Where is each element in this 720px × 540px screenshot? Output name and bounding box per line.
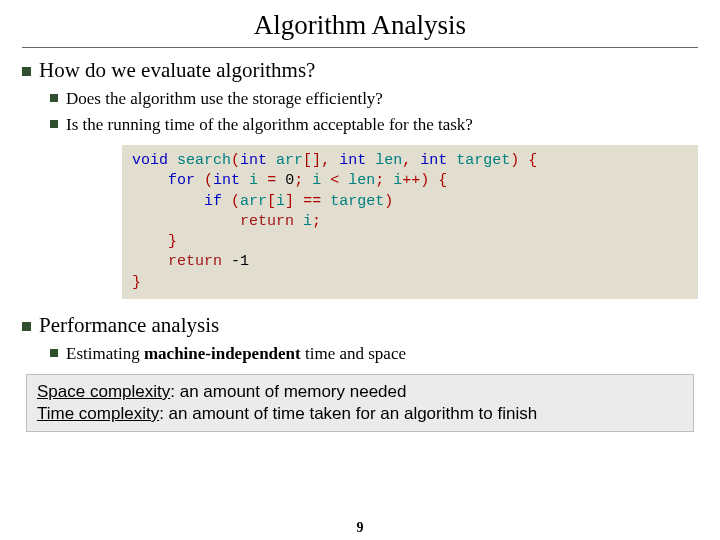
semi: ; (375, 172, 384, 189)
fn-name: search (177, 152, 231, 169)
id-target: target (330, 193, 384, 210)
square-bullet-icon (50, 94, 58, 102)
bullet-storage: Does the algorithm use the storage effic… (50, 89, 698, 109)
paren-open: ( (204, 172, 213, 189)
time-complexity-line: Time complexity: an amount of time taken… (37, 403, 683, 425)
semi: ; (312, 213, 321, 230)
id-len: len (375, 152, 402, 169)
paren-close: ) (384, 193, 393, 210)
comma: , (321, 152, 330, 169)
paren-open: ( (231, 193, 240, 210)
kw-void: void (132, 152, 168, 169)
brace-open: { (438, 172, 447, 189)
space-complexity-line: Space complexity: an amount of memory ne… (37, 381, 683, 403)
square-bullet-icon (50, 120, 58, 128)
kw-return: return (240, 213, 294, 230)
bullet-performance: Performance analysis (22, 313, 698, 338)
kw-if: if (204, 193, 222, 210)
id-i: i (249, 172, 258, 189)
id-arr: arr (240, 193, 267, 210)
brace-close: } (132, 274, 141, 291)
page-number: 9 (0, 520, 720, 536)
time-label: Time complexity (37, 404, 159, 423)
kw-int: int (240, 152, 267, 169)
id-i: i (276, 193, 285, 210)
kw-int: int (339, 152, 366, 169)
kw-return: return (168, 253, 222, 270)
bullet-performance-text: Performance analysis (39, 313, 219, 337)
comma: , (402, 152, 411, 169)
id-arr: arr (276, 152, 303, 169)
lit-zero: 0 (285, 172, 294, 189)
space-label: Space complexity (37, 382, 170, 401)
square-bullet-icon (22, 322, 31, 331)
brace-close: } (168, 233, 177, 250)
slide-title: Algorithm Analysis (22, 10, 698, 41)
bullet-storage-text: Does the algorithm use the storage effic… (66, 89, 383, 108)
bullet-evaluate-text: How do we evaluate algorithms? (39, 58, 315, 82)
bullet-runtime: Is the running time of the algorithm acc… (50, 115, 698, 135)
kw-int: int (420, 152, 447, 169)
code-block: void search(int arr[], int len, int targ… (122, 145, 698, 299)
brackets: [] (303, 152, 321, 169)
kw-int: int (213, 172, 240, 189)
est-pre: Estimating (66, 344, 144, 363)
kw-for: for (168, 172, 195, 189)
id-len: len (348, 172, 375, 189)
square-bullet-icon (22, 67, 31, 76)
id-i: i (303, 213, 312, 230)
bullet-runtime-text: Is the running time of the algorithm acc… (66, 115, 473, 134)
bullet-estimating: Estimating machine-independent time and … (50, 344, 698, 364)
square-bullet-icon (50, 349, 58, 357)
time-text: : an amount of time taken for an algorit… (159, 404, 537, 423)
id-i: i (393, 172, 402, 189)
paren-close: ) (510, 152, 519, 169)
lit-neg1: -1 (231, 253, 249, 270)
incr: ++) (402, 172, 429, 189)
est-post: time and space (301, 344, 406, 363)
bullet-evaluate: How do we evaluate algorithms? (22, 58, 698, 83)
space-text: : an amount of memory needed (170, 382, 406, 401)
lt: < (330, 172, 339, 189)
eqeq: == (303, 193, 321, 210)
eq: = (267, 172, 276, 189)
est-bold: machine-independent (144, 344, 301, 363)
complexity-callout: Space complexity: an amount of memory ne… (26, 374, 694, 432)
id-i: i (312, 172, 321, 189)
brace-open: { (528, 152, 537, 169)
slide: Algorithm Analysis How do we evaluate al… (0, 0, 720, 540)
bracket-close: ] (285, 193, 294, 210)
paren-open: ( (231, 152, 240, 169)
id-target: target (456, 152, 510, 169)
semi: ; (294, 172, 303, 189)
title-rule (22, 47, 698, 48)
bracket-open: [ (267, 193, 276, 210)
